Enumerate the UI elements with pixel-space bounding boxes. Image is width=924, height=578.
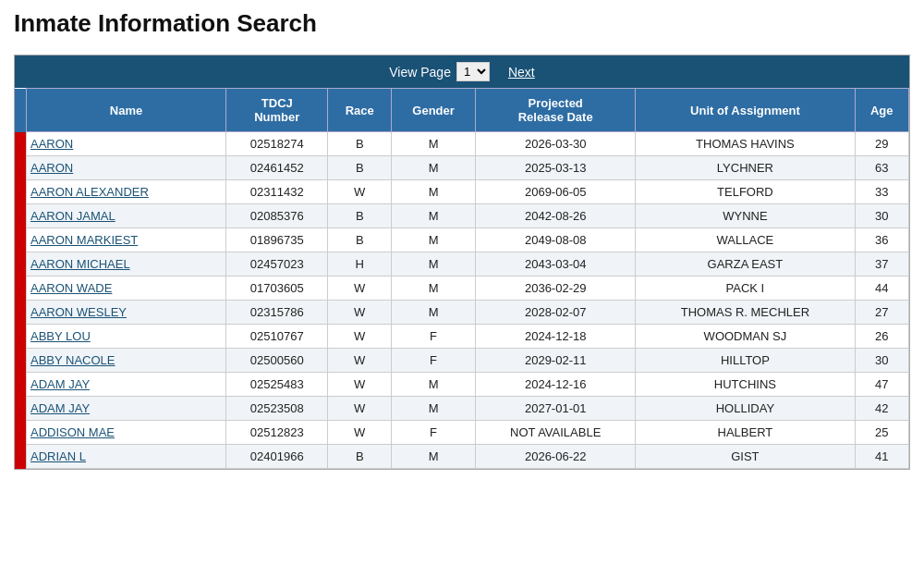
table-row: ADAM JAY02523508WM2027-01-01HOLLIDAY42 (15, 397, 909, 421)
gender-cell: M (392, 373, 476, 397)
inmate-name-cell: ADRIAN L (27, 445, 226, 469)
race-cell: W (328, 180, 392, 204)
inmate-name-link[interactable]: AARON (30, 161, 73, 175)
table-row: ABBY NACOLE02500560WF2029-02-11HILLTOP30 (15, 349, 909, 373)
gender-cell: M (392, 156, 476, 180)
unit-cell: HUTCHINS (636, 373, 855, 397)
gender-cell: M (392, 132, 476, 156)
release-date-cell: NOT AVAILABLE (476, 421, 636, 445)
table-row: ABBY LOU02510767WF2024-12-18WOODMAN SJ26 (15, 325, 909, 349)
inmate-name-link[interactable]: AARON WADE (30, 281, 112, 295)
red-indicator (15, 180, 27, 204)
age-cell: 37 (855, 252, 909, 277)
inmate-name-cell: AARON WADE (27, 277, 226, 301)
red-indicator (15, 252, 27, 277)
inmate-name-cell: AARON MICHAEL (27, 252, 226, 277)
inmate-name-link[interactable]: ADAM JAY (30, 377, 90, 391)
age-cell: 36 (855, 228, 909, 252)
col-age: Age (855, 89, 909, 132)
inmate-name-link[interactable]: ADAM JAY (30, 401, 90, 415)
table-row: AARON02461452BM2025-03-13LYCHNER63 (15, 156, 909, 180)
table-row: AARON JAMAL02085376BM2042-08-26WYNNE30 (15, 204, 909, 228)
race-cell: W (328, 301, 392, 325)
table-row: ADAM JAY02525483WM2024-12-16HUTCHINS47 (15, 373, 909, 397)
red-indicator (15, 421, 27, 445)
gender-cell: M (392, 301, 476, 325)
inmate-name-cell: ADDISON MAE (27, 421, 226, 445)
table-row: AARON02518274BM2026-03-30THOMAS HAVINS29 (15, 132, 909, 156)
red-indicator (15, 301, 27, 325)
col-race: Race (328, 89, 392, 132)
age-cell: 47 (855, 373, 909, 397)
race-cell: W (328, 349, 392, 373)
tdcj-cell: 01896735 (226, 228, 328, 252)
release-date-cell: 2027-01-01 (476, 397, 636, 421)
inmate-name-cell: ADAM JAY (27, 397, 226, 421)
inmate-name-link[interactable]: ABBY NACOLE (30, 353, 116, 367)
inmate-name-link[interactable]: AARON JAMAL (30, 209, 116, 223)
release-date-cell: 2026-03-30 (476, 132, 636, 156)
inmate-name-link[interactable]: AARON ALEXANDER (30, 185, 149, 199)
pagination-bar: View Page 1 2 3 4 5 Next (15, 55, 909, 88)
red-indicator (15, 373, 27, 397)
red-indicator (15, 228, 27, 252)
tdcj-cell: 02525483 (226, 373, 328, 397)
race-cell: B (328, 445, 392, 469)
table-header-row: Name TDCJNumber Race Gender ProjectedRel… (15, 89, 909, 132)
unit-cell: WALLACE (636, 228, 855, 252)
age-cell: 63 (855, 156, 909, 180)
tdcj-cell: 02311432 (226, 180, 328, 204)
table-row: ADDISON MAE02512823WFNOT AVAILABLEHALBER… (15, 421, 909, 445)
unit-cell: THOMAS HAVINS (636, 132, 855, 156)
tdcj-cell: 02518274 (226, 132, 328, 156)
table-row: AARON WADE01703605WM2036-02-29PACK I44 (15, 277, 909, 301)
gender-cell: M (392, 397, 476, 421)
main-table-container: View Page 1 2 3 4 5 Next Name TDCJNumber… (14, 55, 910, 470)
inmate-name-link[interactable]: AARON (30, 137, 73, 151)
gender-cell: M (392, 445, 476, 469)
release-date-cell: 2024-12-16 (476, 373, 636, 397)
inmate-name-link[interactable]: AARON MICHAEL (30, 257, 130, 271)
red-indicator (15, 277, 27, 301)
gender-cell: M (392, 204, 476, 228)
next-button[interactable]: Next (508, 65, 535, 80)
inmate-name-cell: AARON ALEXANDER (27, 180, 226, 204)
page-select[interactable]: 1 2 3 4 5 (456, 62, 490, 81)
inmate-table: Name TDCJNumber Race Gender ProjectedRel… (15, 88, 909, 469)
gender-cell: M (392, 252, 476, 277)
gender-cell: M (392, 277, 476, 301)
table-row: AARON WESLEY02315786WM2028-02-07THOMAS R… (15, 301, 909, 325)
tdcj-cell: 02510767 (226, 325, 328, 349)
gender-cell: F (392, 325, 476, 349)
race-cell: W (328, 277, 392, 301)
red-indicator (15, 132, 27, 156)
race-cell: B (328, 156, 392, 180)
tdcj-cell: 02500560 (226, 349, 328, 373)
inmate-name-link[interactable]: ADDISON MAE (30, 425, 115, 439)
unit-cell: HILLTOP (636, 349, 855, 373)
inmate-name-link[interactable]: ABBY LOU (30, 329, 91, 343)
gender-cell: F (392, 349, 476, 373)
tdcj-cell: 01703605 (226, 277, 328, 301)
release-date-cell: 2069-06-05 (476, 180, 636, 204)
col-gender: Gender (392, 89, 476, 132)
tdcj-cell: 02401966 (226, 445, 328, 469)
tdcj-cell: 02512823 (226, 421, 328, 445)
unit-cell: HOLLIDAY (636, 397, 855, 421)
inmate-name-cell: AARON WESLEY (27, 301, 226, 325)
inmate-name-link[interactable]: AARON MARKIEST (30, 233, 138, 247)
release-date-cell: 2043-03-04 (476, 252, 636, 277)
view-page-label: View Page (389, 65, 451, 80)
age-cell: 33 (855, 180, 909, 204)
col-red-bar (15, 89, 27, 132)
unit-cell: HALBERT (636, 421, 855, 445)
page-title: Inmate Information Search (14, 9, 910, 38)
col-release-date: ProjectedRelease Date (476, 89, 636, 132)
col-tdcj: TDCJNumber (226, 89, 328, 132)
tdcj-cell: 02461452 (226, 156, 328, 180)
inmate-name-link[interactable]: AARON WESLEY (30, 305, 127, 319)
release-date-cell: 2028-02-07 (476, 301, 636, 325)
release-date-cell: 2024-12-18 (476, 325, 636, 349)
release-date-cell: 2049-08-08 (476, 228, 636, 252)
inmate-name-link[interactable]: ADRIAN L (30, 449, 86, 463)
